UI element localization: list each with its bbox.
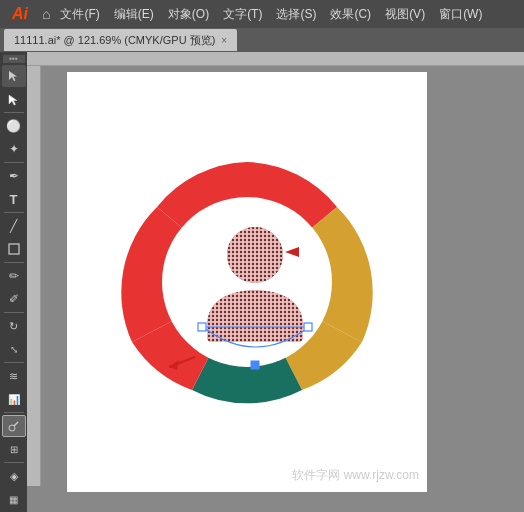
artwork-svg [107,142,387,422]
magic-wand-btn[interactable]: ✦ [2,138,26,160]
menu-file[interactable]: 文件(F) [54,4,105,25]
svg-rect-0 [9,244,19,254]
tool-separator-4 [4,262,24,263]
menu-type[interactable]: 文字(T) [217,4,268,25]
direct-selection-tool-btn[interactable] [2,88,26,110]
rotate-btn[interactable]: ↻ [2,315,26,337]
menu-effect[interactable]: 效果(C) [324,4,377,25]
line-tool-btn[interactable]: ╱ [2,215,26,237]
tool-separator-6 [4,362,24,363]
menu-select[interactable]: 选择(S) [270,4,322,25]
tool-separator-2 [4,162,24,163]
menu-edit[interactable]: 编辑(E) [108,4,160,25]
type-tool-btn[interactable]: T [2,188,26,210]
tool-separator-7 [4,412,24,413]
canvas-area: 软件字网 www.rjzw.com [27,52,524,512]
tab-label: 11111.ai* @ 121.69% (CMYK/GPU 预览) [14,33,215,48]
home-icon[interactable]: ⌂ [42,6,50,22]
tool-separator-3 [4,212,24,213]
scale-btn[interactable]: ⤡ [2,338,26,360]
selection-tool-btn[interactable] [2,65,26,87]
blend-btn[interactable]: ◈ [2,465,26,487]
svg-point-10 [227,227,283,283]
tab-close-button[interactable]: × [221,35,227,46]
pen-tool-btn[interactable]: ✒ [2,165,26,187]
shape-tool-btn[interactable] [2,238,26,260]
toolbar-ruler: ▪▪▪ [3,55,25,63]
ruler-top [27,52,524,66]
menu-object[interactable]: 对象(O) [162,4,215,25]
lasso-tool-btn[interactable]: ⚪ [2,115,26,137]
bar-chart-btn[interactable]: ▦ [2,488,26,510]
ruler-left [27,66,41,486]
menu-view[interactable]: 视图(V) [379,4,431,25]
svg-rect-13 [304,323,312,331]
tool-separator-8 [4,462,24,463]
svg-line-2 [14,422,18,426]
watermark: 软件字网 www.rjzw.com [292,467,419,484]
pencil-btn[interactable]: ✐ [2,288,26,310]
title-bar: Ai ⌂ 文件(F) 编辑(E) 对象(O) 文字(T) 选择(S) 效果(C)… [0,0,524,28]
warp-btn[interactable]: ≋ [2,365,26,387]
menu-window[interactable]: 窗口(W) [433,4,488,25]
menu-bar: 文件(F) 编辑(E) 对象(O) 文字(T) 选择(S) 效果(C) 视图(V… [54,4,488,25]
tool-separator-5 [4,312,24,313]
mesh-btn[interactable]: ⊞ [2,438,26,460]
eyedropper-btn[interactable] [2,415,26,437]
artboard: 软件字网 www.rjzw.com [67,72,427,492]
tool-separator-1 [4,112,24,113]
document-tab[interactable]: 11111.ai* @ 121.69% (CMYK/GPU 预览) × [4,29,237,51]
svg-rect-14 [251,361,259,369]
main-area: ▪▪▪ ⚪ ✦ ✒ T ╱ ✏ ✐ ↻ ⤡ ≋ 📊 [0,52,524,512]
tab-bar: 11111.ai* @ 121.69% (CMYK/GPU 预览) × [0,28,524,52]
toolbar: ▪▪▪ ⚪ ✦ ✒ T ╱ ✏ ✐ ↻ ⤡ ≋ 📊 [0,52,27,512]
graph-btn[interactable]: 📊 [2,388,26,410]
app-logo: Ai [6,5,34,23]
svg-rect-12 [198,323,206,331]
paintbrush-btn[interactable]: ✏ [2,265,26,287]
